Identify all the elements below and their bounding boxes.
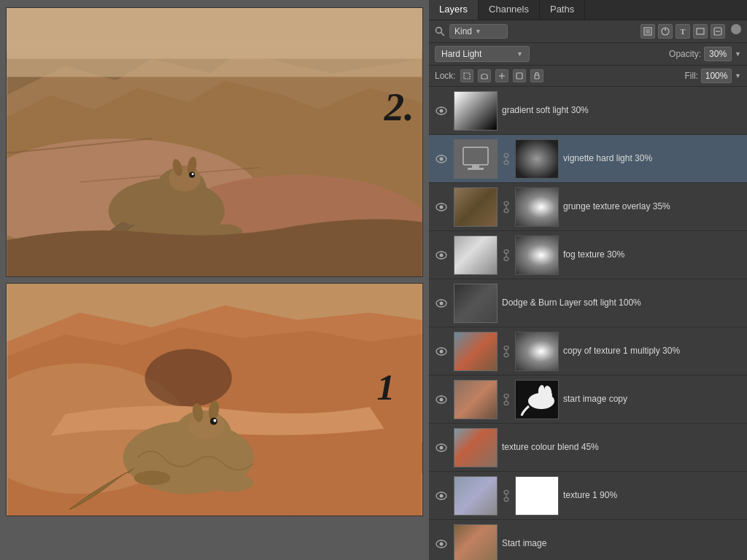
layer-thumb	[454, 332, 498, 371]
svg-rect-55	[468, 168, 484, 170]
svg-point-77	[440, 397, 444, 401]
kind-chevron-icon: ▼	[475, 28, 481, 35]
svg-rect-47	[516, 73, 522, 79]
layer-item[interactable]: vignette hard light 30%	[429, 135, 747, 183]
chain-icon	[502, 247, 511, 263]
eye-icon[interactable]	[433, 247, 449, 263]
mask-thumb	[515, 187, 559, 227]
svg-rect-44	[464, 73, 470, 79]
blend-mode-dropdown[interactable]: Hard Light ▼	[435, 46, 530, 62]
tab-paths[interactable]: Paths	[540, 0, 585, 20]
layer-thumb	[454, 524, 498, 561]
eye-icon[interactable]	[433, 295, 449, 311]
opacity-section: Opacity: 30% ▼	[669, 47, 741, 61]
layer-thumb	[454, 139, 498, 179]
pixel-filter-icon[interactable]	[640, 24, 655, 39]
smart-filter-icon[interactable]	[711, 24, 725, 39]
layer-item[interactable]: grunge texture overlay 35%	[429, 183, 747, 231]
svg-point-35	[436, 28, 442, 34]
svg-point-80	[504, 401, 508, 405]
layer-name: Start image	[502, 538, 743, 550]
lock-artboard-icon[interactable]	[513, 69, 526, 82]
svg-point-14	[192, 173, 194, 175]
chain-icon	[502, 151, 511, 167]
svg-point-56	[504, 153, 508, 157]
layer-thumb	[454, 236, 498, 275]
type-filter-icon[interactable]: T	[676, 24, 690, 39]
mask-thumb	[515, 139, 559, 179]
filter-bar: Kind ▼ T	[429, 20, 747, 43]
svg-rect-53	[463, 147, 488, 165]
svg-rect-48	[535, 75, 539, 79]
fill-section: Fill: 100% ▼	[684, 69, 741, 83]
filter-icons: T	[640, 24, 741, 39]
layer-item[interactable]: Start image	[429, 520, 747, 560]
mask-thumb	[515, 380, 559, 419]
layer-item[interactable]: gradient soft light 30%	[429, 87, 747, 135]
canvas-area: 2.	[0, 0, 429, 560]
svg-point-87	[440, 446, 444, 449]
layer-thumb	[454, 380, 498, 419]
lock-image-icon[interactable]	[478, 69, 491, 82]
eye-icon[interactable]	[433, 536, 449, 552]
tabs-bar: Layers Channels Paths	[429, 0, 747, 20]
svg-point-75	[504, 353, 508, 357]
chain-icon	[502, 392, 511, 408]
layer-thumb	[454, 187, 498, 227]
eye-icon[interactable]	[433, 103, 449, 119]
layer-item[interactable]: Dodge & Burn Layer soft light 100%	[429, 279, 747, 327]
tab-channels[interactable]: Channels	[479, 0, 540, 20]
svg-point-70	[440, 301, 444, 305]
layer-item[interactable]: fog texture 30%	[429, 231, 747, 279]
layers-list: gradient soft light 30%	[429, 87, 747, 560]
opacity-chevron-icon: ▼	[735, 50, 741, 58]
layer-item[interactable]: texture 1 90%	[429, 472, 747, 520]
layer-name: texture 1 90%	[563, 490, 743, 502]
svg-rect-41	[697, 28, 704, 34]
layer-name: Dodge & Burn Layer soft light 100%	[502, 298, 743, 309]
eye-icon[interactable]	[433, 488, 449, 504]
filter-toggle[interactable]	[731, 24, 741, 34]
svg-point-32	[210, 474, 254, 491]
layer-name: copy of texture 1 multiply 30%	[563, 346, 743, 357]
svg-point-90	[504, 490, 508, 494]
mask-thumb	[515, 476, 559, 516]
layer-thumb	[454, 476, 498, 516]
svg-point-94	[440, 542, 444, 545]
layer-name: grunge texture overlay 35%	[563, 201, 743, 213]
svg-rect-54	[472, 165, 479, 168]
layer-thumb	[454, 91, 498, 131]
shape-filter-icon[interactable]	[693, 24, 708, 39]
layer-name: start image copy	[563, 394, 743, 405]
eye-icon[interactable]	[433, 440, 449, 456]
svg-point-73	[504, 346, 508, 349]
svg-point-66	[504, 249, 508, 253]
tab-layers[interactable]: Layers	[429, 0, 479, 20]
fill-value[interactable]: 100%	[701, 69, 732, 83]
svg-point-60	[440, 205, 444, 209]
layer-item[interactable]: start image copy	[429, 376, 747, 424]
search-icon	[435, 26, 445, 36]
svg-point-68	[504, 257, 508, 260]
eye-icon[interactable]	[433, 151, 449, 167]
lock-transparent-icon[interactable]	[460, 69, 473, 82]
layer-item[interactable]: texture colour blend 45%	[429, 424, 747, 472]
lock-all-icon[interactable]	[530, 69, 543, 82]
layer-name: fog texture 30%	[563, 249, 743, 261]
canvas-bottom: 1	[6, 283, 423, 516]
mask-thumb	[515, 236, 559, 275]
layer-thumb	[454, 284, 498, 323]
chain-icon	[502, 199, 511, 215]
eye-icon[interactable]	[433, 392, 449, 408]
adjustment-filter-icon[interactable]	[658, 24, 673, 39]
svg-text:1: 1	[377, 368, 395, 408]
layer-item[interactable]: copy of texture 1 multiply 30%	[429, 327, 747, 376]
eye-icon[interactable]	[433, 199, 449, 215]
kind-dropdown[interactable]: Kind ▼	[449, 24, 508, 39]
eye-icon[interactable]	[433, 343, 449, 359]
lock-position-icon[interactable]	[495, 69, 508, 82]
opacity-value[interactable]: 30%	[704, 47, 732, 61]
svg-point-52	[440, 157, 444, 160]
layer-name: vignette hard light 30%	[563, 153, 743, 165]
svg-point-58	[504, 160, 508, 164]
